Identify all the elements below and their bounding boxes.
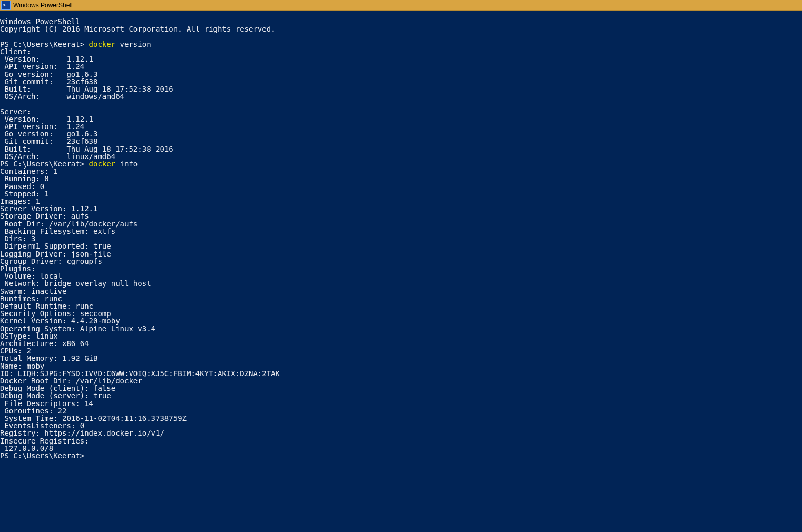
command-args: version <box>115 40 151 48</box>
terminal-output[interactable]: Windows PowerShell Copyright (C) 2016 Mi… <box>0 11 802 459</box>
window-titlebar[interactable]: >_ Windows PowerShell <box>0 0 802 11</box>
output-line: Copyright (C) 2016 Microsoft Corporation… <box>0 25 276 33</box>
prompt: PS C:\Users\Keerat> <box>0 451 89 460</box>
command-args: info <box>115 160 138 168</box>
powershell-icon: >_ <box>1 1 11 10</box>
window-title: Windows PowerShell <box>13 2 73 9</box>
command: docker <box>89 160 116 168</box>
output-line: OS/Arch: windows/amd64 <box>0 92 124 101</box>
prompt-line: PS C:\Users\Keerat> <box>0 451 89 460</box>
command: docker <box>89 40 116 48</box>
